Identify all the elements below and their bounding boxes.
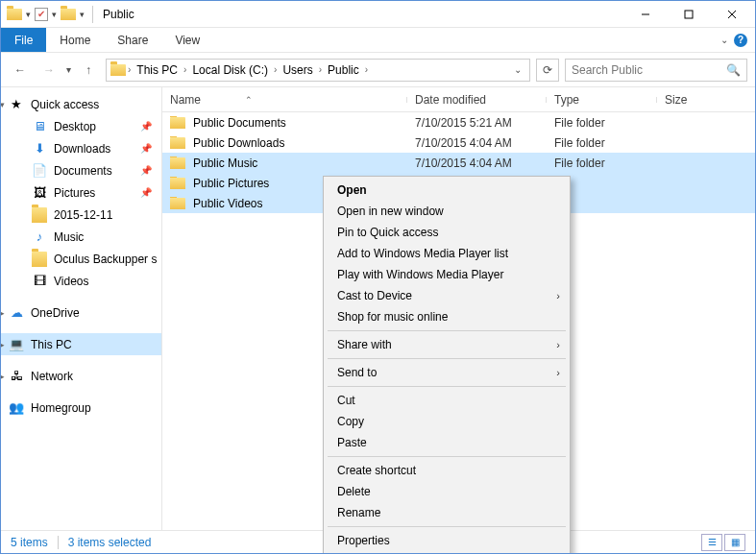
ctx-wmp-add[interactable]: Add to Windows Media Player list (326, 243, 568, 264)
minimize-button[interactable] (623, 1, 667, 28)
chevron-right-icon: › (556, 339, 560, 350)
sidebar-homegroup[interactable]: 👥Homegroup (1, 397, 161, 419)
folder-icon (32, 207, 47, 223)
file-name: Public Downloads (193, 136, 284, 150)
sidebar-item-downloads[interactable]: ⬇Downloads📌 (1, 137, 161, 159)
sidebar-network[interactable]: ▸🖧Network (1, 365, 161, 387)
file-name: Public Music (193, 157, 257, 170)
path-dropdown-icon[interactable]: ⌄ (514, 64, 522, 75)
refresh-button[interactable]: ⟳ (536, 59, 559, 82)
tab-share[interactable]: Share (104, 28, 161, 52)
sort-asc-icon: ⌃ (245, 95, 253, 105)
status-selected: 3 items selected (68, 536, 152, 549)
qa-dropdown-icon-2[interactable]: ▾ (52, 10, 57, 19)
sidebar-item-videos[interactable]: 🎞Videos (1, 270, 161, 292)
status-count: 5 items (11, 536, 48, 549)
chevron-right-icon[interactable]: › (365, 64, 368, 75)
table-row[interactable]: Public Documents7/10/2015 5:21 AMFile fo… (162, 112, 755, 132)
ribbon-collapse-icon[interactable]: ⌄ (720, 35, 728, 45)
tab-view[interactable]: View (161, 28, 213, 52)
pin-icon: 📌 (140, 187, 152, 198)
search-input[interactable]: Search Public 🔍 (565, 59, 747, 82)
nav-sidebar: ▾★Quick access 🖥Desktop📌 ⬇Downloads📌 📄Do… (1, 87, 162, 530)
table-row[interactable]: Public Downloads7/10/2015 4:04 AMFile fo… (162, 132, 755, 153)
download-icon: ⬇ (32, 141, 47, 157)
ctx-pin[interactable]: Pin to Quick access (326, 222, 568, 243)
ctx-rename[interactable]: Rename (326, 502, 568, 523)
properties-qa-icon[interactable]: ✔ (35, 8, 48, 21)
back-button[interactable]: ← (9, 59, 32, 82)
ctx-paste[interactable]: Paste (326, 432, 568, 453)
tab-home[interactable]: Home (46, 28, 104, 52)
desktop-icon: 🖥 (32, 119, 47, 134)
tab-file[interactable]: File (1, 28, 46, 52)
title-bar: ▾ ✔ ▾ ▾ Public (1, 1, 755, 28)
folder-icon (7, 9, 22, 20)
crumb-drive[interactable]: Local Disk (C:) (188, 63, 272, 77)
search-icon: 🔍 (726, 63, 741, 77)
breadcrumb[interactable]: › This PC › Local Disk (C:) › Users › Pu… (106, 59, 530, 82)
ctx-copy[interactable]: Copy (326, 411, 568, 432)
homegroup-icon: 👥 (9, 400, 24, 416)
folder-icon (170, 178, 185, 189)
folder-icon (170, 157, 185, 169)
crumb-public[interactable]: Public (324, 63, 363, 77)
ctx-open[interactable]: Open (326, 180, 568, 201)
ctx-sendto[interactable]: Send to› (326, 362, 568, 383)
chevron-right-icon[interactable]: › (183, 64, 186, 75)
column-headers: Name⌃ Date modified Type Size (162, 87, 755, 112)
view-icons-button[interactable]: ▦ (724, 534, 745, 551)
ribbon: File Home Share View ⌄ ? (1, 28, 755, 53)
sidebar-item-documents[interactable]: 📄Documents📌 (1, 159, 161, 181)
maximize-button[interactable] (667, 1, 710, 28)
col-date[interactable]: Date modified (407, 93, 547, 107)
ctx-shortcut[interactable]: Create shortcut (326, 460, 568, 481)
file-name: Public Videos (193, 197, 263, 210)
help-icon[interactable]: ? (734, 34, 747, 47)
col-size[interactable]: Size (657, 93, 724, 107)
sidebar-onedrive[interactable]: ▸☁OneDrive (1, 301, 161, 324)
ctx-wmp-play[interactable]: Play with Windows Media Player (326, 264, 568, 285)
ctx-delete[interactable]: Delete (326, 481, 568, 502)
ctx-share[interactable]: Share with› (326, 334, 568, 355)
up-button[interactable]: ↑ (77, 59, 100, 82)
crumb-thispc[interactable]: This PC (133, 63, 182, 77)
picture-icon: 🖼 (32, 185, 47, 201)
table-row[interactable]: Public Music7/10/2015 4:04 AMFile folder (162, 153, 755, 173)
sidebar-thispc[interactable]: ▸💻This PC (1, 333, 161, 355)
ctx-shop[interactable]: Shop for music online (326, 306, 568, 327)
ctx-properties[interactable]: Properties (326, 530, 568, 551)
view-details-button[interactable]: ☰ (701, 534, 722, 551)
chevron-right-icon: › (556, 367, 560, 378)
sidebar-item-pictures[interactable]: 🖼Pictures📌 (1, 181, 161, 204)
qa-dropdown-icon[interactable]: ▾ (26, 10, 31, 19)
sidebar-item-date[interactable]: 2015-12-11 (1, 204, 161, 226)
ctx-cast[interactable]: Cast to Device› (326, 285, 568, 306)
pin-icon: 📌 (140, 121, 152, 132)
ctx-open-new[interactable]: Open in new window (326, 201, 568, 222)
history-dropdown-icon[interactable]: ▾ (66, 64, 71, 75)
file-type: File folder (547, 157, 657, 170)
col-name[interactable]: Name⌃ (162, 93, 407, 107)
sidebar-item-desktop[interactable]: 🖥Desktop📌 (1, 115, 161, 137)
folder-icon (110, 64, 126, 76)
col-type[interactable]: Type (547, 93, 657, 107)
qa-more-icon[interactable]: ▾ (80, 10, 85, 19)
star-icon: ★ (9, 97, 24, 112)
pc-icon: 💻 (9, 337, 24, 352)
chevron-right-icon[interactable]: › (128, 64, 131, 75)
sidebar-quick-access[interactable]: ▾★Quick access (1, 93, 161, 115)
crumb-users[interactable]: Users (279, 63, 316, 77)
pin-icon: 📌 (140, 165, 152, 176)
file-date: 7/10/2015 5:21 AM (407, 116, 547, 130)
sidebar-item-oculus[interactable]: Oculus Backupper s (1, 248, 161, 270)
sidebar-item-music[interactable]: ♪Music (1, 226, 161, 248)
chevron-right-icon[interactable]: › (319, 64, 322, 75)
file-type: File folder (547, 136, 657, 150)
chevron-right-icon[interactable]: › (274, 64, 277, 75)
close-button[interactable] (710, 1, 753, 28)
ctx-cut[interactable]: Cut (326, 390, 568, 411)
forward-button[interactable]: → (37, 59, 61, 82)
video-icon: 🎞 (32, 274, 47, 289)
search-placeholder: Search Public (572, 63, 643, 77)
